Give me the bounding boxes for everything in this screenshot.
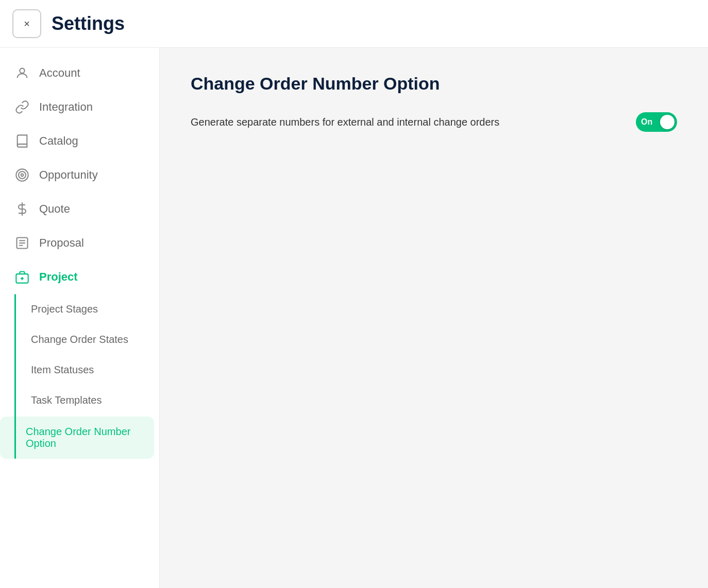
- close-icon: ×: [24, 18, 30, 30]
- sidebar-item-catalog-label: Catalog: [39, 134, 78, 148]
- close-button[interactable]: ×: [12, 9, 41, 38]
- svg-point-1: [16, 169, 28, 181]
- sub-item-change-order-number-option-label: Change Order Number Option: [26, 426, 140, 449]
- svg-point-2: [19, 171, 26, 179]
- page-title: Settings: [52, 13, 125, 34]
- main-layout: Account Integration: [0, 48, 708, 588]
- sub-item-item-statuses[interactable]: Item Statuses: [0, 355, 159, 385]
- sub-item-project-stages-label: Project Stages: [31, 303, 98, 315]
- sidebar-item-account[interactable]: Account: [0, 56, 159, 90]
- document-icon: [14, 235, 30, 251]
- sidebar: Account Integration: [0, 48, 160, 588]
- sidebar-item-account-label: Account: [39, 66, 80, 80]
- svg-point-3: [21, 174, 24, 177]
- sidebar-item-project-label: Project: [39, 270, 78, 284]
- svg-point-0: [20, 68, 24, 73]
- sub-item-change-order-states-label: Change Order States: [31, 334, 128, 345]
- toggle-thumb: [660, 115, 675, 129]
- toggle-switch[interactable]: On: [636, 112, 677, 132]
- app-container: × Settings Account: [0, 0, 708, 588]
- setting-label: Generate separate numbers for external a…: [191, 116, 499, 128]
- sidebar-item-opportunity-label: Opportunity: [39, 168, 98, 182]
- sidebar-item-proposal-label: Proposal: [39, 236, 84, 250]
- sidebar-item-catalog[interactable]: Catalog: [0, 124, 159, 158]
- sidebar-item-integration-label: Integration: [39, 100, 93, 114]
- sidebar-item-opportunity[interactable]: Opportunity: [0, 158, 159, 192]
- header: × Settings: [0, 0, 708, 48]
- sidebar-item-project[interactable]: Project: [0, 260, 159, 294]
- setting-row: Generate separate numbers for external a…: [191, 112, 677, 132]
- sidebar-item-quote[interactable]: Quote: [0, 192, 159, 226]
- person-icon: [14, 65, 30, 81]
- book-icon: [14, 133, 30, 149]
- sub-item-change-order-states[interactable]: Change Order States: [0, 324, 159, 355]
- sidebar-item-integration[interactable]: Integration: [0, 90, 159, 124]
- sub-item-item-statuses-label: Item Statuses: [31, 364, 94, 376]
- content-area: Change Order Number Option Generate sepa…: [160, 48, 708, 588]
- sidebar-item-proposal[interactable]: Proposal: [0, 226, 159, 260]
- target-icon: [14, 167, 30, 183]
- link-icon: [14, 99, 30, 115]
- content-title: Change Order Number Option: [191, 74, 677, 94]
- sub-item-change-order-number-option[interactable]: Change Order Number Option: [0, 417, 154, 459]
- dollar-icon: [14, 201, 30, 217]
- toggle-label: On: [641, 117, 652, 127]
- toggle-container: On: [636, 112, 677, 132]
- sidebar-item-quote-label: Quote: [39, 202, 70, 216]
- sub-item-task-templates[interactable]: Task Templates: [0, 385, 159, 416]
- project-sub-menu: Project Stages Change Order States Item …: [0, 294, 159, 459]
- sub-item-task-templates-label: Task Templates: [31, 394, 102, 406]
- briefcase-icon: [14, 269, 30, 285]
- sub-item-project-stages[interactable]: Project Stages: [0, 294, 159, 324]
- sub-menu-bar: [14, 294, 16, 459]
